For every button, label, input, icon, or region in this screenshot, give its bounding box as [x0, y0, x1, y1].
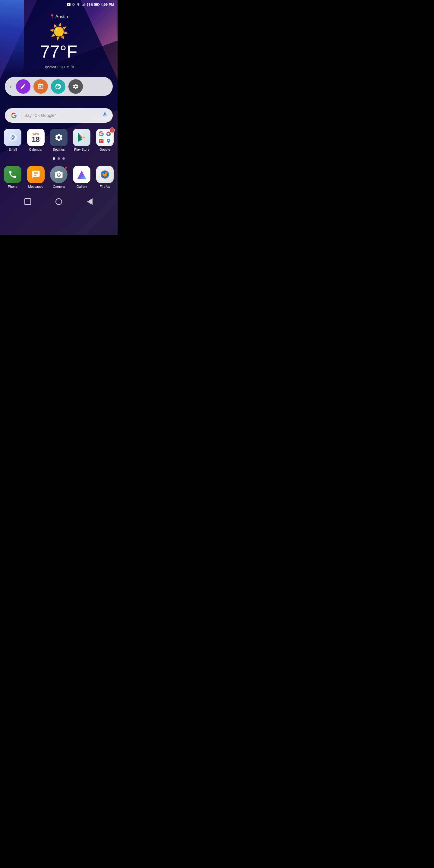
- camera-icon: [50, 166, 67, 183]
- nav-home-icon: [56, 198, 62, 205]
- email-label: Email: [8, 148, 17, 151]
- search-placeholder: Say "Ok Google": [24, 113, 99, 118]
- svg-rect-3: [84, 3, 85, 6]
- page-dot-2[interactable]: [58, 157, 60, 160]
- email-icon: @: [4, 129, 22, 146]
- phone-icon: [4, 166, 22, 183]
- app-grid: @ Email WED 18 Calendar Settings: [0, 129, 118, 151]
- notification-badge: 1: [110, 127, 115, 133]
- nav-recent-button[interactable]: [22, 197, 33, 206]
- play-store-label: Play Store: [74, 148, 90, 151]
- messages-label: Messages: [28, 185, 43, 188]
- nav-back-icon: [87, 198, 93, 205]
- svg-rect-6: [95, 4, 98, 5]
- dock: Phone Messages Camera: [0, 166, 118, 188]
- clock: 4:09 PM: [101, 3, 114, 6]
- weather-temperature: 77°F: [0, 42, 118, 61]
- settings-label: Settings: [53, 148, 65, 151]
- wifi-icon: [76, 3, 81, 6]
- settings-app[interactable]: Settings: [49, 129, 69, 151]
- weather-widget[interactable]: 📍 Austin ☀️ 77°F Updated 1:57 PM ↻: [0, 8, 118, 72]
- play-store-app[interactable]: Play Store: [71, 129, 92, 151]
- microphone-icon[interactable]: [102, 112, 108, 119]
- weather-location: 📍 Austin: [0, 14, 118, 19]
- page-dots: [0, 157, 118, 160]
- nfc-icon: [67, 2, 71, 7]
- svg-rect-2: [84, 4, 84, 6]
- quick-launch-bar: ‹: [5, 77, 113, 96]
- search-divider: [21, 112, 22, 119]
- quick-face-button[interactable]: [51, 79, 65, 94]
- calendar-app[interactable]: WED 18 Calendar: [25, 129, 46, 151]
- google-folder-label: Google: [99, 148, 110, 151]
- refresh-icon: ↻: [71, 65, 74, 69]
- battery-percent: 65%: [87, 3, 93, 6]
- svg-rect-0: [82, 5, 83, 6]
- location-pin-icon: 📍: [50, 14, 55, 19]
- quick-launch-icons: [16, 79, 109, 94]
- calendar-label: Calendar: [29, 148, 42, 151]
- quick-edit-button[interactable]: [16, 79, 30, 94]
- google-search-bar[interactable]: Say "Ok Google": [5, 108, 113, 123]
- phone-label: Phone: [8, 185, 18, 188]
- svg-rect-5: [99, 4, 100, 5]
- svg-marker-12: [78, 170, 86, 179]
- nav-home-button[interactable]: [53, 197, 64, 206]
- gallery-icon: [73, 166, 90, 183]
- firefox-label: Firefox: [100, 185, 110, 188]
- page-dot-3[interactable]: [62, 157, 65, 160]
- battery-icon: [94, 3, 100, 6]
- camera-label: Camera: [53, 185, 64, 188]
- vibrate-icon: [72, 2, 75, 7]
- settings-icon: [50, 129, 67, 146]
- email-app[interactable]: @ Email: [2, 129, 23, 151]
- firefox-app[interactable]: Firefox: [95, 166, 115, 188]
- svg-rect-1: [83, 4, 84, 6]
- gallery-app[interactable]: Gallery: [71, 166, 92, 188]
- messages-icon: [27, 166, 44, 183]
- status-icons: 65% 4:09 PM: [67, 2, 114, 7]
- calendar-icon: WED 18: [27, 129, 44, 146]
- navigation-bar: [0, 193, 118, 210]
- signal-icon: [82, 3, 86, 6]
- page-dot-1[interactable]: [53, 157, 55, 160]
- gallery-label: Gallery: [76, 185, 87, 188]
- svg-text:@: @: [10, 135, 15, 140]
- google-logo: [10, 111, 18, 120]
- nav-back-button[interactable]: [84, 197, 95, 206]
- nav-recent-icon: [24, 198, 31, 205]
- firefox-icon: [96, 166, 114, 183]
- status-bar: 65% 4:09 PM: [0, 0, 118, 8]
- weather-updated: Updated 1:57 PM ↻: [0, 65, 118, 69]
- quick-launch-back[interactable]: ‹: [8, 83, 12, 90]
- quick-calendar-button[interactable]: [33, 79, 48, 94]
- quick-settings-button[interactable]: [68, 79, 83, 94]
- camera-app[interactable]: Camera: [49, 166, 69, 188]
- phone-app[interactable]: Phone: [2, 166, 23, 188]
- messages-app[interactable]: Messages: [25, 166, 46, 188]
- weather-sun-icon: ☀️: [0, 24, 118, 39]
- google-folder-app[interactable]: 1 Google: [95, 129, 115, 151]
- play-store-icon: [73, 129, 90, 146]
